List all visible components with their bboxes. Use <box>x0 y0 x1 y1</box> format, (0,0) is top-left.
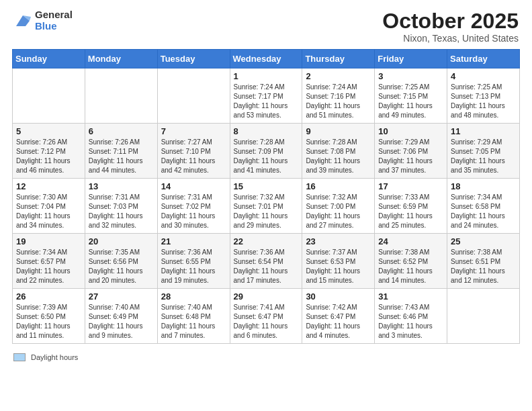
day-info: Sunrise: 7:24 AM Sunset: 7:16 PM Dayligh… <box>306 83 371 120</box>
logo-blue-text: Blue <box>35 21 73 32</box>
calendar-cell-1-1: 6Sunrise: 7:26 AM Sunset: 7:11 PM Daylig… <box>85 124 157 179</box>
day-info: Sunrise: 7:38 AM Sunset: 6:52 PM Dayligh… <box>378 248 443 285</box>
day-info: Sunrise: 7:26 AM Sunset: 7:11 PM Dayligh… <box>89 138 154 175</box>
week-row-3: 12Sunrise: 7:30 AM Sunset: 7:04 PM Dayli… <box>13 179 520 234</box>
day-info: Sunrise: 7:32 AM Sunset: 7:00 PM Dayligh… <box>306 193 371 230</box>
day-number: 20 <box>89 236 154 246</box>
calendar-cell-0-0 <box>13 68 85 124</box>
day-info: Sunrise: 7:30 AM Sunset: 7:04 PM Dayligh… <box>16 193 81 230</box>
day-number: 3 <box>378 71 443 81</box>
day-number: 27 <box>89 291 154 302</box>
day-info: Sunrise: 7:34 AM Sunset: 6:58 PM Dayligh… <box>451 193 516 230</box>
day-number: 28 <box>161 291 226 302</box>
day-number: 31 <box>378 291 443 302</box>
day-number: 21 <box>161 236 226 246</box>
day-number: 11 <box>451 126 516 136</box>
calendar-cell-2-6: 18Sunrise: 7:34 AM Sunset: 6:58 PM Dayli… <box>447 179 520 234</box>
day-number: 6 <box>89 126 154 136</box>
daylight-label: Daylight hours <box>31 353 78 361</box>
day-info: Sunrise: 7:36 AM Sunset: 6:55 PM Dayligh… <box>161 248 226 285</box>
day-number: 29 <box>234 291 299 302</box>
header-day-sunday: Sunday <box>13 50 85 68</box>
calendar-cell-3-2: 21Sunrise: 7:36 AM Sunset: 6:55 PM Dayli… <box>157 234 230 289</box>
logo-general-text: General <box>35 9 73 21</box>
calendar-cell-2-2: 14Sunrise: 7:31 AM Sunset: 7:02 PM Dayli… <box>157 179 230 234</box>
day-number: 15 <box>234 181 299 191</box>
day-info: Sunrise: 7:42 AM Sunset: 6:47 PM Dayligh… <box>306 303 371 340</box>
calendar-cell-0-3: 1Sunrise: 7:24 AM Sunset: 7:17 PM Daylig… <box>230 68 302 124</box>
day-info: Sunrise: 7:24 AM Sunset: 7:17 PM Dayligh… <box>234 83 299 120</box>
calendar-cell-2-5: 17Sunrise: 7:33 AM Sunset: 6:59 PM Dayli… <box>375 179 447 234</box>
calendar-cell-3-6: 25Sunrise: 7:38 AM Sunset: 6:51 PM Dayli… <box>447 234 520 289</box>
calendar-cell-0-4: 2Sunrise: 7:24 AM Sunset: 7:16 PM Daylig… <box>302 68 375 124</box>
calendar-cell-4-6 <box>447 289 520 344</box>
calendar-cell-1-0: 5Sunrise: 7:26 AM Sunset: 7:12 PM Daylig… <box>13 124 85 179</box>
day-number: 1 <box>234 71 299 81</box>
day-number: 2 <box>306 71 371 81</box>
day-info: Sunrise: 7:25 AM Sunset: 7:15 PM Dayligh… <box>378 83 443 120</box>
day-info: Sunrise: 7:37 AM Sunset: 6:53 PM Dayligh… <box>306 248 371 285</box>
header: General Blue October 2025 Nixon, Texas, … <box>0 0 532 49</box>
day-number: 13 <box>89 181 154 191</box>
day-info: Sunrise: 7:29 AM Sunset: 7:05 PM Dayligh… <box>451 138 516 175</box>
day-number: 9 <box>306 126 371 136</box>
week-row-2: 5Sunrise: 7:26 AM Sunset: 7:12 PM Daylig… <box>13 124 520 179</box>
day-info: Sunrise: 7:27 AM Sunset: 7:10 PM Dayligh… <box>161 138 226 175</box>
day-info: Sunrise: 7:40 AM Sunset: 6:48 PM Dayligh… <box>161 303 226 340</box>
page: General Blue October 2025 Nixon, Texas, … <box>0 0 532 411</box>
header-day-thursday: Thursday <box>302 50 375 68</box>
week-row-4: 19Sunrise: 7:34 AM Sunset: 6:57 PM Dayli… <box>13 234 520 289</box>
calendar-cell-4-0: 26Sunrise: 7:39 AM Sunset: 6:50 PM Dayli… <box>13 289 85 344</box>
calendar-header-row: SundayMondayTuesdayWednesdayThursdayFrid… <box>13 50 520 68</box>
calendar-cell-2-4: 16Sunrise: 7:32 AM Sunset: 7:00 PM Dayli… <box>302 179 375 234</box>
day-number: 26 <box>16 291 81 302</box>
calendar-cell-1-5: 10Sunrise: 7:29 AM Sunset: 7:06 PM Dayli… <box>375 124 447 179</box>
calendar-cell-0-2 <box>157 68 230 124</box>
calendar-cell-3-5: 24Sunrise: 7:38 AM Sunset: 6:52 PM Dayli… <box>375 234 447 289</box>
calendar-cell-1-4: 9Sunrise: 7:28 AM Sunset: 7:08 PM Daylig… <box>302 124 375 179</box>
day-number: 30 <box>306 291 371 302</box>
day-info: Sunrise: 7:39 AM Sunset: 6:50 PM Dayligh… <box>16 303 81 340</box>
day-info: Sunrise: 7:31 AM Sunset: 7:02 PM Dayligh… <box>161 193 226 230</box>
calendar-cell-1-6: 11Sunrise: 7:29 AM Sunset: 7:05 PM Dayli… <box>447 124 520 179</box>
day-number: 23 <box>306 236 371 246</box>
day-number: 10 <box>378 126 443 136</box>
day-number: 7 <box>161 126 226 136</box>
logo: General Blue <box>13 9 73 32</box>
day-info: Sunrise: 7:40 AM Sunset: 6:49 PM Dayligh… <box>89 303 154 340</box>
day-number: 5 <box>16 126 81 136</box>
calendar-cell-4-2: 28Sunrise: 7:40 AM Sunset: 6:48 PM Dayli… <box>157 289 230 344</box>
calendar-cell-4-4: 30Sunrise: 7:42 AM Sunset: 6:47 PM Dayli… <box>302 289 375 344</box>
day-number: 8 <box>234 126 299 136</box>
week-row-5: 26Sunrise: 7:39 AM Sunset: 6:50 PM Dayli… <box>13 289 520 344</box>
header-day-tuesday: Tuesday <box>157 50 230 68</box>
day-number: 18 <box>451 181 516 191</box>
logo-text: General Blue <box>35 9 73 32</box>
day-number: 24 <box>378 236 443 246</box>
day-number: 19 <box>16 236 81 246</box>
day-info: Sunrise: 7:41 AM Sunset: 6:47 PM Dayligh… <box>234 303 299 340</box>
calendar-cell-0-5: 3Sunrise: 7:25 AM Sunset: 7:15 PM Daylig… <box>375 68 447 124</box>
day-number: 16 <box>306 181 371 191</box>
day-number: 14 <box>161 181 226 191</box>
day-info: Sunrise: 7:36 AM Sunset: 6:54 PM Dayligh… <box>234 248 299 285</box>
day-number: 4 <box>451 71 516 81</box>
day-info: Sunrise: 7:26 AM Sunset: 7:12 PM Dayligh… <box>16 138 81 175</box>
calendar-cell-0-1 <box>85 68 157 124</box>
day-info: Sunrise: 7:31 AM Sunset: 7:03 PM Dayligh… <box>89 193 154 230</box>
logo-icon <box>13 11 32 30</box>
calendar-cell-2-0: 12Sunrise: 7:30 AM Sunset: 7:04 PM Dayli… <box>13 179 85 234</box>
calendar-cell-4-1: 27Sunrise: 7:40 AM Sunset: 6:49 PM Dayli… <box>85 289 157 344</box>
calendar-cell-3-3: 22Sunrise: 7:36 AM Sunset: 6:54 PM Dayli… <box>230 234 302 289</box>
day-info: Sunrise: 7:33 AM Sunset: 6:59 PM Dayligh… <box>378 193 443 230</box>
calendar-title: October 2025 <box>382 9 519 33</box>
day-info: Sunrise: 7:28 AM Sunset: 7:09 PM Dayligh… <box>234 138 299 175</box>
day-info: Sunrise: 7:32 AM Sunset: 7:01 PM Dayligh… <box>234 193 299 230</box>
calendar-cell-1-2: 7Sunrise: 7:27 AM Sunset: 7:10 PM Daylig… <box>157 124 230 179</box>
calendar-cell-1-3: 8Sunrise: 7:28 AM Sunset: 7:09 PM Daylig… <box>230 124 302 179</box>
day-info: Sunrise: 7:29 AM Sunset: 7:06 PM Dayligh… <box>378 138 443 175</box>
daylight-swatch <box>13 353 26 361</box>
calendar-cell-3-0: 19Sunrise: 7:34 AM Sunset: 6:57 PM Dayli… <box>13 234 85 289</box>
day-number: 25 <box>451 236 516 246</box>
calendar-table: SundayMondayTuesdayWednesdayThursdayFrid… <box>12 49 520 344</box>
